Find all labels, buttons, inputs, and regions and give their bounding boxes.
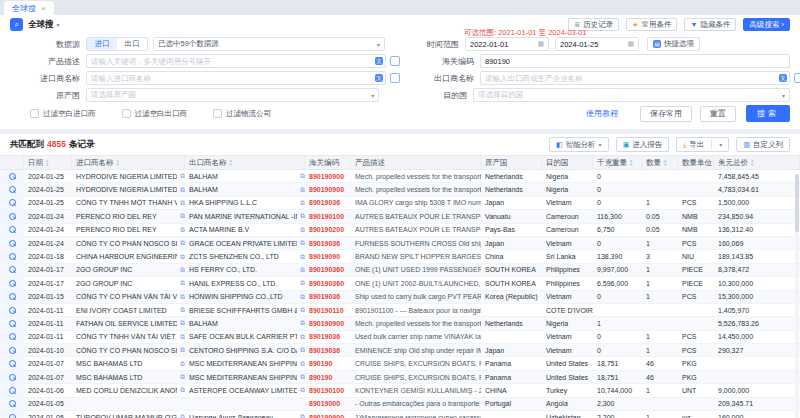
hs-code-cell[interactable]: 890190900	[305, 170, 351, 182]
hs-code-cell[interactable]: 890190	[305, 357, 351, 369]
table-row[interactable]: 2024-01-07MSC BAHAMAS LTD⧉MSC MEDITERRAN…	[0, 371, 800, 384]
row-detail-cell[interactable]	[0, 210, 24, 222]
magnifier-icon[interactable]	[9, 280, 16, 287]
chevron-down-icon[interactable]: ▾	[57, 21, 60, 28]
smart-analysis-button[interactable]: ◧智能分析▾	[549, 137, 609, 152]
scrollbar-thumb[interactable]	[795, 174, 799, 232]
exporter-input[interactable]	[480, 71, 790, 85]
export-button[interactable]: ⤓导出▾	[676, 137, 729, 152]
magnifier-icon[interactable]	[9, 387, 16, 394]
magnifier-icon[interactable]	[9, 266, 16, 273]
sort-icon[interactable]: ▲▼	[116, 159, 120, 165]
more-options-icon[interactable]	[390, 73, 400, 83]
row-detail-cell[interactable]	[0, 304, 24, 316]
sort-icon[interactable]: ▲▼	[629, 159, 633, 165]
table-row[interactable]: 2024-01-24PERENCO RIO DEL REY⧉PAN MARINE…	[0, 210, 800, 223]
hs-code-cell[interactable]: 890190360	[305, 277, 351, 289]
scrollbar[interactable]	[795, 174, 799, 418]
magnifier-icon[interactable]	[9, 360, 16, 367]
column-header[interactable]: 千克重量▲▼	[593, 156, 642, 169]
origin-country-select[interactable]: 请选择原产国▾	[86, 88, 379, 102]
magnifier-icon[interactable]	[9, 186, 16, 193]
row-detail-cell[interactable]	[0, 250, 24, 262]
table-row[interactable]: 2024-01-06MED ÇORLU DENİZCİLİK ANONİM Şİ…	[0, 384, 800, 397]
table-row[interactable]: 2024-01-172GO GROUP INC⧉HS FERRY CO., LT…	[0, 264, 800, 277]
more-options-icon[interactable]	[794, 73, 800, 83]
table-row[interactable]: 2024-01-07MSC BAHAMAS LTD⧉MSC MEDITERRAN…	[0, 357, 800, 370]
start-date-input[interactable]: 2022-01-01▦	[465, 37, 549, 51]
hs-code-cell[interactable]: 89019036	[305, 291, 351, 303]
tutorial-link[interactable]: 使用教程	[586, 108, 618, 119]
hide-filters-button[interactable]: ▼隐藏条件	[684, 18, 736, 31]
magnifier-icon[interactable]	[9, 307, 16, 314]
hs-code-cell[interactable]: 890190100	[305, 384, 351, 396]
checkbox-filter-logistics[interactable]: 过滤物流公司	[213, 109, 271, 119]
magnifier-icon[interactable]	[9, 374, 16, 381]
table-row[interactable]: 2024-01-10CÔNG TY CỔ PHẦN NOSCO SHIPYARD…	[0, 344, 800, 357]
magnifier-icon[interactable]	[9, 213, 16, 220]
enter-report-button[interactable]: ▣进入报告	[616, 137, 670, 152]
table-row[interactable]: 2024-01-172GO GROUP INC⧉HANIL EXPRESS CO…	[0, 277, 800, 290]
magnifier-icon[interactable]	[9, 347, 16, 354]
hs-code-cell[interactable]: 890190900	[305, 411, 351, 418]
reset-button[interactable]: 重置	[700, 106, 736, 122]
tab-global-search[interactable]: 全球搜 ×	[4, 1, 54, 15]
hs-code-cell[interactable]: 890190900	[305, 317, 351, 329]
hs-code-cell[interactable]: 890190	[305, 371, 351, 383]
translate-icon[interactable]: 文	[779, 74, 787, 82]
advanced-search-button[interactable]: 高级搜索 ›	[743, 18, 790, 31]
import-toggle[interactable]: 进口	[87, 38, 117, 50]
product-desc-input[interactable]	[86, 54, 386, 68]
custom-columns-button[interactable]: ▥自定义列	[736, 137, 790, 152]
checkbox-filter-empty-exporter[interactable]: 过滤空白出口商	[122, 109, 188, 119]
translate-icon[interactable]: 文	[375, 74, 383, 82]
table-row[interactable]: 2024-01-24PERENCO RIO DEL REY⧉ACTA MARIN…	[0, 224, 800, 237]
column-header[interactable]: 出口商名称▲▼	[185, 156, 305, 169]
row-detail-cell[interactable]	[0, 197, 24, 209]
table-row[interactable]: 2024-01-15CÔNG TY CỔ PHẦN VẬN TẢI VÀ TIẾ…	[0, 291, 800, 304]
row-detail-cell[interactable]	[0, 291, 24, 303]
magnifier-icon[interactable]	[9, 240, 16, 247]
importer-input[interactable]	[86, 71, 386, 85]
hs-code-cell[interactable]: 890190900	[305, 183, 351, 195]
hs-code-cell[interactable]: 89019000	[305, 398, 351, 410]
sort-icon[interactable]: ▲▼	[45, 159, 49, 165]
more-options-icon[interactable]	[390, 56, 400, 66]
table-row[interactable]: 2024-01-24CÔNG TY CỔ PHẦN NOSCO SHIPYARD…	[0, 237, 800, 250]
magnifier-icon[interactable]	[9, 226, 16, 233]
checkbox-filter-empty-importer[interactable]: 过滤空白进口商	[30, 109, 96, 119]
table-row[interactable]: 2024-01-25HYDRODIVE NIGERIA LIMITED⧉BALH…	[0, 170, 800, 183]
column-header[interactable]: 数量▲▼	[642, 156, 678, 169]
table-row[interactable]: 2024-01-0589019000- Outras embarcações p…	[0, 398, 800, 411]
favorites-button[interactable]: ★常用条件	[626, 18, 677, 31]
hs-code-cell[interactable]: 890190100	[305, 210, 351, 222]
hs-code-cell[interactable]: 890190110	[305, 304, 351, 316]
hs-code-input[interactable]	[480, 54, 790, 68]
close-icon[interactable]: ×	[41, 4, 46, 13]
chevron-down-icon[interactable]: ▾	[719, 141, 722, 148]
column-header[interactable]: 进口商名称▲▼	[72, 156, 185, 169]
hs-code-cell[interactable]: 890190360	[305, 264, 351, 276]
row-detail-cell[interactable]	[0, 277, 24, 289]
sort-icon[interactable]: ▲▼	[229, 159, 233, 165]
row-detail-cell[interactable]	[0, 170, 24, 182]
row-detail-cell[interactable]	[0, 183, 24, 195]
row-detail-cell[interactable]	[0, 411, 24, 418]
row-detail-cell[interactable]	[0, 384, 24, 396]
table-row[interactable]: 2024-01-18CHINA HARBOUR ENGINEERING CO L…	[0, 250, 800, 263]
hs-code-cell[interactable]: 890190200	[305, 224, 351, 236]
data-source-select[interactable]: 已选中59个数据源▾	[153, 37, 385, 51]
end-date-input[interactable]: 2024-01-25▦	[555, 37, 639, 51]
table-row[interactable]: 2024-01-11CÔNG TY TNHH VẬN TẢI VIỆT THUẬ…	[0, 331, 800, 344]
magnifier-icon[interactable]	[9, 414, 16, 418]
magnifier-icon[interactable]	[9, 333, 16, 340]
export-toggle[interactable]: 出口	[117, 38, 147, 50]
magnifier-icon[interactable]	[9, 253, 16, 260]
row-detail-cell[interactable]	[0, 264, 24, 276]
dest-country-select[interactable]: 请选择目的国▾	[473, 88, 790, 102]
save-conditions-button[interactable]: 保存常用	[640, 106, 692, 122]
hs-code-cell[interactable]: 89019090	[305, 250, 351, 262]
row-detail-cell[interactable]	[0, 331, 24, 343]
table-row[interactable]: 2024-01-25CÔNG TY TNHH MỘT THÀNH VIÊN ĐÔ…	[0, 197, 800, 210]
hs-code-cell[interactable]: 89019036	[305, 237, 351, 249]
